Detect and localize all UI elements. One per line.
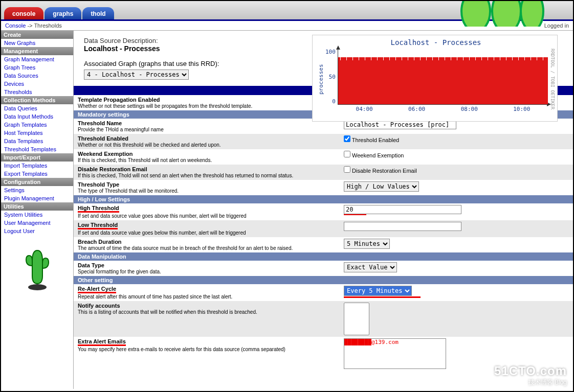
threshold-enabled-label: Threshold Enabled [78, 135, 128, 142]
watermark-small: 技术博客 Blog [494, 378, 567, 387]
restore-label: Disable Restoration Email [78, 166, 147, 172]
chart-plot-area: 04:00 06:00 08:00 10:00 [338, 49, 548, 105]
sb-settings[interactable]: Settings [1, 186, 73, 194]
sidebar: Create New Graphs Management Graph Manag… [1, 31, 74, 389]
svg-point-1 [492, 0, 521, 27]
main-pane: Data Source Description: Localhost - Pro… [74, 31, 573, 389]
restore-desc: If this is checked, Thold will not send … [78, 173, 293, 178]
associated-graph-select[interactable]: 4 - Localhost - Processes [84, 70, 189, 80]
weekend-label: Weekend Exemption [78, 151, 133, 157]
breadcrumb-leaf: Thresholds [34, 22, 61, 29]
template-prop-label: Template Propagation Enabled [78, 97, 160, 103]
data-type-label: Data Type [78, 262, 104, 268]
high-low-header: High / Low Settings [74, 195, 573, 203]
breach-label: Breach Duration [78, 239, 122, 245]
breadcrumb-console-link[interactable]: Console [5, 22, 26, 29]
threshold-enabled-checkbox[interactable] [344, 135, 350, 142]
sb-graph-trees[interactable]: Graph Trees [1, 63, 73, 72]
data-type-desc: Special formatting for the given data. [78, 269, 161, 274]
data-type-select[interactable]: Exact Value [344, 262, 397, 272]
sb-data-input-methods[interactable]: Data Input Methods [1, 112, 73, 121]
breach-desc: The amount of time the data source must … [78, 245, 293, 251]
tab-thold[interactable]: thold [82, 7, 114, 19]
low-threshold-label: Low Threshold [78, 222, 118, 229]
weekend-cb-label: Weekend Exemption [352, 152, 404, 158]
extra-emails-label: Extra Alert Emails [78, 338, 126, 346]
graph-preview: Localhost - Processes processes 100 50 0… [312, 35, 558, 122]
sb-new-graphs[interactable]: New Graphs [1, 39, 73, 47]
notify-label: Notify accounts [78, 303, 120, 309]
restore-cb-label: Disable Restoration Email [352, 168, 417, 174]
breach-duration-select[interactable]: 5 Minutes [344, 239, 390, 249]
sb-logout-user[interactable]: Logout User [1, 227, 73, 235]
sb-header-collection: Collection Methods [1, 96, 73, 104]
restore-checkbox[interactable] [344, 166, 350, 173]
sb-thresholds[interactable]: Thresholds [1, 88, 73, 96]
tab-graphs[interactable]: graphs [45, 7, 81, 19]
sb-import-templates[interactable]: Import Templates [1, 162, 73, 170]
high-threshold-label: High Threshold [78, 205, 119, 213]
high-threshold-desc: If set and data source value goes above … [78, 213, 247, 219]
threshold-type-label: Threshold Type [78, 181, 119, 188]
weekend-desc: If this is checked, this Threshold will … [78, 157, 212, 163]
sb-user-management[interactable]: User Management [1, 219, 73, 227]
extra-emails-desc: You may specify here extra e-mails to re… [78, 347, 285, 352]
chart-ylabel: processes [317, 47, 325, 112]
sb-threshold-templates[interactable]: Threshold Templates [1, 145, 73, 153]
notify-accounts-select[interactable] [344, 303, 369, 335]
svg-point-3 [28, 284, 47, 290]
sb-data-sources[interactable]: Data Sources [1, 72, 73, 80]
weekend-checkbox[interactable] [344, 151, 350, 157]
cactus-logo-icon [1, 245, 73, 292]
svg-point-0 [461, 0, 490, 27]
realert-desc: Repeat alert after this amount of time h… [78, 294, 232, 299]
threshold-name-desc: Provide the THold a meaningful name [78, 127, 164, 132]
breadcrumb-sep: -> [26, 22, 34, 29]
threshold-type-select[interactable]: High / Low Values [344, 181, 419, 192]
extra-emails-textarea[interactable]: ████████@139.com [344, 338, 446, 369]
sb-header-utilities: Utilities [1, 202, 73, 211]
sb-graph-management[interactable]: Graph Management [1, 55, 73, 63]
top-tab-bar: console graphs thold [1, 1, 573, 21]
realert-label: Re-Alert Cycle [78, 286, 116, 293]
threshold-type-desc: The type of Threshold that will be monit… [78, 188, 179, 194]
tab-console[interactable]: console [4, 7, 43, 19]
realert-select[interactable]: Every 5 Minutes [344, 286, 412, 296]
chart-yaxis: 100 50 0 [325, 47, 338, 112]
cactus-banner-icon [455, 0, 547, 27]
watermark-big: 51CTO.com [494, 364, 567, 378]
low-threshold-desc: If set and data source value goes below … [78, 230, 246, 236]
data-manip-header: Data Manipulation [74, 252, 573, 261]
other-setting-header: Other setting [74, 276, 573, 284]
sb-graph-templates[interactable]: Graph Templates [1, 121, 73, 129]
svg-point-2 [521, 0, 543, 27]
low-threshold-input[interactable] [344, 222, 461, 231]
sb-system-utilities[interactable]: System Utilities [1, 211, 73, 219]
logged-in-label: Logged in [544, 22, 569, 29]
watermark: 51CTO.com 技术博客 Blog [494, 364, 567, 387]
sb-header-create: Create [1, 31, 73, 39]
sb-data-queries[interactable]: Data Queries [1, 104, 73, 112]
sb-host-templates[interactable]: Host Templates [1, 129, 73, 137]
sb-export-templates[interactable]: Export Templates [1, 170, 73, 178]
sb-header-management: Management [1, 47, 73, 55]
threshold-enabled-desc: Whether or not this threshold will be ch… [78, 142, 221, 148]
sb-header-importexport: Import/Export [1, 153, 73, 162]
template-prop-desc: Whether or not these settings will be pr… [78, 103, 252, 109]
chart-title: Localhost - Processes [317, 38, 555, 47]
notify-desc: This is a listing of accounts that will … [78, 309, 257, 315]
threshold-enabled-cb-label: Threshold Enabled [352, 137, 399, 143]
sb-plugin-management[interactable]: Plugin Management [1, 194, 73, 202]
sb-data-templates[interactable]: Data Templates [1, 137, 73, 145]
threshold-name-label: Threshold Name [78, 120, 122, 126]
sb-header-configuration: Configuration [1, 178, 73, 186]
high-threshold-input[interactable] [344, 205, 461, 214]
sb-devices[interactable]: Devices [1, 80, 73, 88]
